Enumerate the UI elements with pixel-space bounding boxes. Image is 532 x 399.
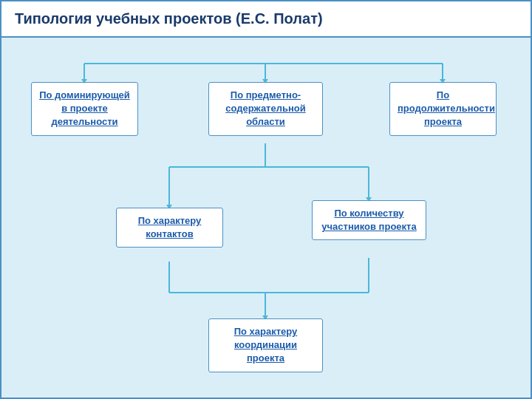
slide: Типология учебных проектов (Е.С. Полат) — [0, 0, 532, 399]
box-mid-left-text: По характеру контактов — [138, 215, 202, 239]
box-mid-right-text: По количеству участников проекта — [321, 208, 416, 232]
diagram-content: По доминирующей в проекте деятельности П… — [1, 38, 531, 393]
title-text: Типология учебных проектов (Е.С. Полат) — [15, 10, 323, 27]
box-top-center: По предметно- содержательной области — [208, 82, 323, 136]
box-top-right-text: По продолжительности проекта — [398, 89, 495, 127]
box-top-right: По продолжительности проекта — [389, 82, 497, 136]
box-mid-left: По характеру контактов — [116, 208, 223, 248]
box-top-left: По доминирующей в проекте деятельности — [31, 82, 138, 136]
box-top-left-text: По доминирующей в проекте деятельности — [39, 89, 130, 127]
box-mid-right: По количеству участников проекта — [312, 200, 426, 240]
slide-title: Типология учебных проектов (Е.С. Полат) — [1, 1, 531, 38]
box-bottom: По характеру координации проекта — [208, 318, 323, 372]
box-top-center-text: По предметно- содержательной области — [225, 89, 306, 127]
box-bottom-text: По характеру координации проекта — [234, 326, 298, 364]
